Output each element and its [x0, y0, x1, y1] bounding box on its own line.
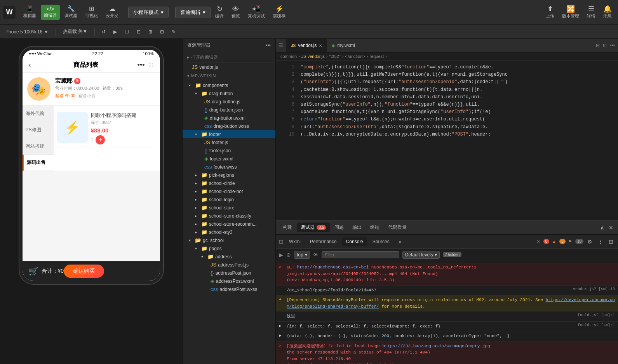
tree-address-post-wxml[interactable]: ◈ addressPost.wxml [183, 277, 275, 285]
inner-tab-console[interactable]: Console [342, 237, 367, 246]
devtools-close-btn[interactable]: ✕ [607, 224, 615, 232]
tree-school-sty3[interactable]: ▸ 📁 school-sty3 [183, 228, 275, 236]
tab-my-wxml[interactable]: ◈ my.wxml [327, 39, 360, 52]
tree-drag-button[interactable]: ▾ 📁 drag-button [183, 89, 275, 98]
window-btn[interactable]: ☐ [122, 28, 131, 35]
explorer-more-icon[interactable]: ••• [266, 43, 271, 48]
mode-dropdown[interactable]: 小程序模式 ▾ [128, 7, 169, 18]
inner-tab-wxml[interactable]: Wxml [285, 237, 305, 246]
close-vendor-js-btn[interactable]: ✕ [319, 44, 322, 48]
context-selector[interactable]: top ▾ [294, 251, 310, 259]
tree-school-circle-hot[interactable]: ▸ 📁 school-circle-hot [183, 187, 275, 195]
tree-pick-regions[interactable]: ▸ 📁 pick-regions [183, 171, 275, 179]
more-editor-icon[interactable]: ••• [610, 43, 615, 48]
tab-terminal[interactable]: 终端 [366, 223, 383, 232]
grid-btn[interactable]: ⊞ [146, 28, 155, 35]
image-error-link[interactable]: https://333.baozang.asia/wximage/empty.j… [382, 344, 490, 348]
split-btn[interactable]: ⊡ [134, 28, 143, 35]
eye-filter-icon[interactable]: 👁 [313, 252, 319, 258]
details-btn[interactable]: ☰ 详情 [584, 4, 599, 21]
hotreload-toggle[interactable]: 热重载 关▼ [61, 28, 90, 36]
tree-drag-button-js[interactable]: JS drag-button.js [183, 98, 275, 106]
tree-components[interactable]: ▾ 📁 components [183, 81, 275, 89]
tree-address-post-json[interactable]: {} addressPost.json [183, 269, 275, 277]
category-item-active[interactable]: 源码出售 [23, 155, 54, 171]
camera-btn[interactable]: ⊙ [148, 61, 154, 69]
console-dock-btn[interactable]: ⊟ [607, 238, 615, 246]
debugger-btn[interactable]: 🔧 调试器 [61, 4, 80, 20]
tree-footer-json[interactable]: {} footer.json [183, 146, 275, 155]
tree-school-store-classify[interactable]: ▸ 📁 school-store-classify [183, 212, 275, 220]
back-btn[interactable]: ‹ [29, 61, 31, 69]
console-badges: ✕ 8 ▲ 5 ⚑ 10 ⚙ ⋮ ⊟ [536, 238, 615, 246]
upload-btn[interactable]: ⬆ 上传 [543, 4, 557, 21]
devtools-expand-icon[interactable]: ⊡ [279, 239, 284, 245]
minus-btn[interactable]: ⊟ [158, 28, 166, 35]
console-block-icon[interactable]: ⊘ [286, 252, 291, 258]
sidebar-toggle-icon: ☰ [279, 43, 283, 48]
console-more-btn[interactable]: ⋮ [596, 238, 605, 246]
simulator-btn[interactable]: 📱 模拟器 [20, 4, 39, 20]
sidebar-toggle-btn[interactable]: ☰ [276, 39, 286, 52]
tree-address-post-wxss[interactable]: css addressPost.wxss [183, 285, 275, 293]
tree-school-login[interactable]: ▸ 📁 school-login [183, 195, 275, 204]
log-level-selector[interactable]: Default levels ▾ [402, 251, 440, 259]
tab-codequality[interactable]: 代码质量 [384, 223, 411, 232]
inner-tab-sources[interactable]: Sources [369, 237, 393, 246]
tree-gc-school[interactable]: ▾ 📂 gc_school [183, 236, 275, 244]
category-item[interactable]: 海外代购 [23, 106, 54, 122]
message-btn[interactable]: 🔔 消息 [600, 4, 615, 21]
tree-drag-button-wxss[interactable]: css drag-button.wxss [183, 122, 275, 130]
cloud-btn[interactable]: ☁ 云开发 [103, 4, 122, 20]
layout-toggle-icon[interactable]: ⊡ [603, 43, 607, 48]
compile-btn[interactable]: ↻ 编译 [212, 4, 227, 21]
tree-address[interactable]: ▾ 📁 address [183, 253, 275, 261]
visible-btn[interactable]: ⊞ 可视化 [82, 4, 101, 20]
refresh-btn[interactable]: ↺ [99, 28, 108, 35]
compile-dropdown[interactable]: 普通编辑 ▾ [175, 7, 211, 18]
devtools-collapse-btn[interactable]: ∧ [599, 224, 606, 232]
add-to-cart-btn[interactable]: + [96, 135, 105, 145]
split-editor-icon[interactable]: ⊟ [596, 43, 600, 48]
tree-drag-button-wxml[interactable]: ◈ drag-button.wxml [183, 114, 275, 122]
real-debug-btn[interactable]: 📲 真机调试 [245, 4, 268, 21]
tree-address-post-js[interactable]: JS addressPost.js [183, 261, 275, 269]
visible-label: 可视化 [85, 13, 98, 19]
tab-build[interactable]: 构建 [279, 223, 296, 232]
tab-vendor-js[interactable]: JS vendor.js ✕ [286, 39, 327, 52]
tab-debugger[interactable]: 调试器 8.5 [297, 223, 330, 232]
play-btn[interactable]: ▶ [111, 28, 119, 35]
checkout-btn[interactable]: 确认购买 [64, 265, 104, 278]
phone-info[interactable]: Phone 5 100% 16 ▼ [3, 28, 51, 35]
tree-footer[interactable]: ▾ 📁 footer [183, 130, 275, 138]
inner-tab-more[interactable]: » [395, 237, 406, 246]
tree-drag-button-json[interactable]: {} drag-button.json [183, 106, 275, 114]
more-btn[interactable]: ••• [138, 61, 145, 69]
pen-btn[interactable]: ✎ [169, 28, 178, 35]
mp-weixin-label[interactable]: ▾ MP-WEIXIN [183, 71, 275, 81]
version-btn[interactable]: 🔀 版本管理 [559, 4, 582, 21]
tree-school-store-recomm[interactable]: ▸ 📁 school-store-recomm... [183, 220, 275, 228]
category-item[interactable]: 网站搭建 [23, 138, 54, 155]
tree-vendorjs-open[interactable]: JS vendor.js [183, 63, 275, 71]
tab-output[interactable]: 输出 [348, 223, 366, 232]
tab-problem[interactable]: 问题 [331, 223, 348, 232]
editor-btn[interactable]: </> 编辑器 [41, 5, 60, 20]
tree-school-circle[interactable]: ▸ 📁 school-circle [183, 179, 275, 187]
category-item[interactable]: PS修图 [23, 122, 54, 138]
tree-footer-js[interactable]: JS footer.js [183, 138, 275, 146]
tree-school-store[interactable]: ▸ 📁 school-store [183, 204, 275, 212]
error-link-0[interactable]: http://nuochen666.oss-cn-bei [297, 265, 369, 270]
console-filter-input[interactable] [322, 251, 399, 258]
drag-button-wxml-label: drag-button.wxml [210, 115, 245, 121]
tree-footer-wxml[interactable]: ◈ footer.wxml [183, 155, 275, 163]
tree-pages[interactable]: ▾ 📁 pages [183, 244, 275, 253]
inner-tab-performance[interactable]: Performance [306, 237, 341, 246]
breadcrumb-vendorjs: JS vendor.js [301, 54, 325, 59]
preview-btn[interactable]: 👁 预览 [228, 4, 243, 21]
clear-btn[interactable]: ⚡ 清缓存 [270, 4, 289, 21]
deprecation-link[interactable]: https://developer.chrome.com/blog/enabli… [287, 298, 615, 309]
tree-footer-wxss[interactable]: css footer.wxss [183, 163, 275, 171]
console-settings-btn[interactable]: ⚙ [586, 238, 594, 246]
console-execute-icon[interactable]: ▶ [279, 252, 283, 258]
